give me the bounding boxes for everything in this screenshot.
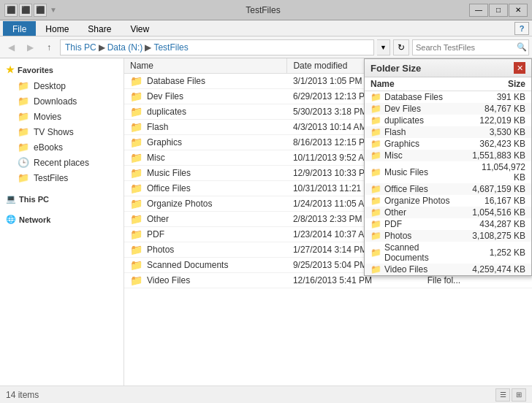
path-data[interactable]: Data (N:) [107, 42, 143, 53]
view-large-icons-button[interactable]: ⊞ [512, 388, 526, 402]
folder-icon: 📁 [18, 172, 29, 183]
tab-view[interactable]: View [121, 21, 159, 36]
search-box[interactable]: 🔍 [412, 39, 529, 55]
folder-icon: 📁 [370, 127, 381, 137]
back-button[interactable]: ◀ [3, 39, 19, 55]
refresh-button[interactable]: ↻ [393, 39, 409, 55]
list-item[interactable]: 📁 Other 1,054,516 KB [365, 207, 531, 218]
folder-icon: 📁 [18, 111, 29, 122]
main-layout: ★ Favorites 📁 Desktop 📁 Downloads 📁 Movi… [0, 58, 532, 385]
list-item[interactable]: 📁 Music Files 11,054,972 KB [365, 161, 531, 183]
quick-access-icon-3[interactable]: ⬛ [34, 4, 47, 17]
col-name[interactable]: Name [124, 58, 287, 74]
window-controls: — □ ✕ [469, 4, 528, 17]
sidebar-item-label: Desktop [34, 81, 66, 91]
address-dropdown[interactable]: ▼ [377, 39, 390, 55]
star-icon: ★ [6, 64, 15, 75]
popup-title: Folder Size [370, 63, 421, 74]
tab-file[interactable]: File [3, 21, 36, 36]
sidebar-item-downloads[interactable]: 📁 Downloads [0, 93, 123, 109]
sidebar-item-ebooks[interactable]: 📁 eBooks [0, 139, 123, 155]
search-input[interactable] [416, 43, 517, 52]
list-item[interactable]: 📁 Database Files 391 KB [365, 91, 531, 104]
maximize-button[interactable]: □ [489, 4, 508, 17]
folder-icon: 📁 [18, 80, 29, 91]
list-item[interactable]: 📁 Scanned Documents 1,252 KB [365, 242, 531, 264]
search-icon: 🔍 [517, 42, 527, 52]
sidebar-item-desktop[interactable]: 📁 Desktop [0, 78, 123, 93]
folder-icon: 📁 [370, 150, 381, 161]
list-item[interactable]: 📁 Video Files 4,259,474 KB [365, 264, 531, 275]
folder-icon: 📁 [130, 229, 142, 240]
help-button[interactable]: ? [514, 22, 529, 35]
dropdown-icon[interactable]: ▼ [50, 6, 57, 14]
forward-button[interactable]: ▶ [22, 39, 38, 55]
minimize-button[interactable]: — [469, 4, 488, 17]
this-pc-header[interactable]: 💻 This PC [0, 190, 123, 206]
address-bar: ◀ ▶ ↑ This PC ▶ Data (N:) ▶ TestFiles ▼ … [0, 37, 532, 58]
list-item[interactable]: 📁 PDF 434,287 KB [365, 218, 531, 230]
quick-access-icon-2[interactable]: ⬛ [19, 4, 32, 17]
quick-access-icon-1[interactable]: ⬛ [4, 4, 18, 17]
status-bar: 14 items ☰ ⊞ [0, 385, 532, 403]
folder-icon: 📁 [130, 244, 142, 256]
list-item[interactable]: 📁 Misc 1,551,883 KB [365, 150, 531, 161]
folder-icon: 📁 [370, 196, 381, 206]
list-item[interactable]: 📁 Office Files 4,687,159 KB [365, 183, 531, 195]
folder-icon: 📁 [18, 126, 29, 137]
title-bar-quick-access: ⬛ ⬛ ⬛ ▼ [4, 4, 57, 17]
folder-icon: 📁 [130, 137, 142, 148]
popup-close-button[interactable]: ✕ [514, 62, 525, 74]
popup-table: Name Size 📁 Database Files 391 KB 📁 Dev … [365, 77, 531, 275]
computer-icon: 💻 [6, 194, 16, 204]
folder-icon: 📁 [130, 167, 142, 179]
list-item[interactable]: 📁 Photos 3,108,275 KB [365, 230, 531, 242]
sidebar-item-movies[interactable]: 📁 Movies [0, 109, 123, 124]
folder-icon: 📁 [370, 139, 381, 149]
list-item[interactable]: 📁 Flash 3,530 KB [365, 126, 531, 138]
network-icon: 🌐 [6, 215, 16, 224]
sidebar-item-label: TestFiles [34, 173, 68, 183]
tab-home[interactable]: Home [36, 21, 78, 36]
address-path[interactable]: This PC ▶ Data (N:) ▶ TestFiles [60, 39, 374, 55]
path-this-pc[interactable]: This PC [65, 42, 96, 53]
folder-icon: 📁 [130, 275, 142, 286]
folder-icon: 📁 [130, 213, 142, 225]
list-item[interactable]: 📁 Organize Photos 16,167 KB [365, 195, 531, 207]
folder-size-popup: Folder Size ✕ Name Size 📁 Database Files… [364, 58, 532, 276]
folder-icon: 📁 [370, 184, 381, 194]
popup-col-name: Name [365, 77, 464, 91]
folder-icon: 📁 [130, 183, 142, 194]
sidebar-item-label: eBooks [34, 142, 63, 153]
sidebar-item-testfiles[interactable]: 📁 TestFiles [0, 170, 123, 185]
folder-icon: 📁 [130, 259, 142, 271]
list-item[interactable]: 📁 Graphics 362,423 KB [365, 138, 531, 150]
view-buttons: ☰ ⊞ [495, 388, 526, 402]
this-pc-section: 💻 This PC [0, 190, 123, 206]
folder-icon: 📁 [130, 91, 142, 102]
folder-icon: 📁 [370, 247, 381, 258]
tab-share[interactable]: Share [78, 21, 121, 36]
recent-icon: 🕒 [18, 157, 29, 168]
folder-icon: 📁 [370, 115, 381, 126]
sidebar-item-tv-shows[interactable]: 📁 TV Shows [0, 124, 123, 139]
path-testfiles[interactable]: TestFiles [153, 42, 188, 53]
network-section: 🌐 Network [0, 210, 123, 226]
list-item[interactable]: 📁 Dev Files 84,767 KB [365, 103, 531, 115]
popup-col-size: Size [464, 77, 531, 91]
list-item[interactable]: 📁 duplicates 122,019 KB [365, 115, 531, 126]
close-button[interactable]: ✕ [509, 4, 528, 17]
folder-icon: 📁 [370, 231, 381, 241]
title-bar: ⬛ ⬛ ⬛ ▼ TestFiles — □ ✕ [0, 0, 532, 20]
network-header[interactable]: 🌐 Network [0, 210, 123, 226]
folder-icon: 📁 [130, 198, 142, 210]
sidebar-item-label: Downloads [34, 96, 77, 107]
sidebar-item-recent-places[interactable]: 🕒 Recent places [0, 155, 123, 170]
folder-icon: 📁 [370, 264, 381, 275]
folder-icon: 📁 [370, 219, 381, 229]
view-details-button[interactable]: ☰ [495, 388, 510, 402]
up-button[interactable]: ↑ [41, 39, 57, 55]
file-list: Name Date modified Type Size 📁 Database … [124, 58, 532, 385]
folder-icon: 📁 [130, 106, 142, 118]
folder-icon: 📁 [370, 104, 381, 114]
